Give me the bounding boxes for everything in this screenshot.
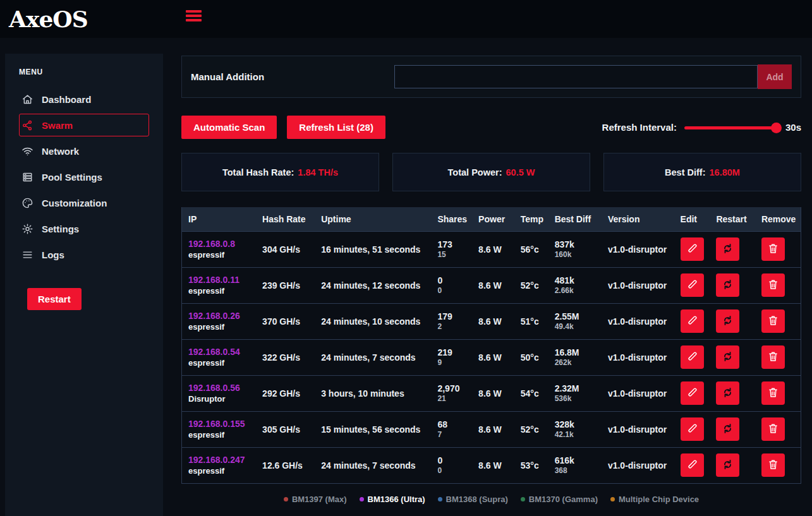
- refresh-interval-label: Refresh Interval:: [602, 122, 677, 133]
- sidebar-item-settings[interactable]: Settings: [19, 217, 149, 240]
- version-cell: v1.0-disruptor: [602, 375, 674, 411]
- slider-thumb[interactable]: [771, 123, 782, 133]
- legend-dot-icon: [438, 497, 442, 501]
- sidebar-item-network[interactable]: Network: [19, 140, 149, 162]
- shares-rejected: 21: [437, 394, 472, 403]
- device-hostname: espressif: [188, 286, 256, 296]
- remove-button[interactable]: [761, 237, 785, 261]
- session-diff-value: 368: [555, 466, 602, 475]
- edit-button[interactable]: [681, 453, 704, 477]
- wifi-icon: [21, 145, 33, 157]
- temp-cell: 52°c: [514, 267, 548, 303]
- restart-button[interactable]: [716, 309, 739, 333]
- session-diff-value: 42.1k: [555, 430, 602, 439]
- device-hostname: espressif: [188, 358, 256, 368]
- edit-button[interactable]: [681, 417, 704, 441]
- restart-icon: [721, 386, 734, 401]
- legend-label: BM1397 (Max): [292, 495, 347, 504]
- remove-button[interactable]: [761, 309, 785, 333]
- sidebar-item-label: Customization: [42, 198, 107, 208]
- shares-accepted: 2,970: [437, 383, 472, 393]
- edit-button[interactable]: [681, 309, 704, 333]
- table-row: 192.168.0.11espressif239 GH/s24 minutes,…: [182, 267, 801, 303]
- restart-button[interactable]: [716, 417, 739, 441]
- remove-button[interactable]: [761, 345, 785, 369]
- shares-accepted: 68: [437, 419, 472, 429]
- restart-button[interactable]: [716, 237, 739, 261]
- sidebar-nav: DashboardSwarmNetworkPool SettingsCustom…: [5, 88, 163, 266]
- legend-dot-icon: [521, 497, 525, 501]
- col-header-version: Version: [602, 207, 674, 231]
- restart-button[interactable]: [716, 345, 739, 369]
- session-diff-value: 536k: [555, 394, 602, 403]
- sidebar-item-swarm[interactable]: Swarm: [19, 114, 149, 136]
- refresh-list-button[interactable]: Refresh List (28): [287, 116, 385, 139]
- restart-button[interactable]: [716, 273, 739, 297]
- trash-icon: [767, 422, 780, 437]
- axeos-logo: AxeOS: [9, 6, 88, 32]
- restart-cell: [710, 411, 755, 447]
- edit-button[interactable]: [681, 345, 704, 369]
- temp-cell: 50°c: [514, 339, 548, 375]
- table-row: 192.168.0.155espressif305 GH/s15 minutes…: [182, 411, 801, 447]
- sidebar-item-dashboard[interactable]: Dashboard: [19, 88, 149, 111]
- restart-button[interactable]: [716, 381, 739, 405]
- best-diff-cell: 481k2.66k: [548, 267, 602, 303]
- remove-button[interactable]: [761, 453, 785, 477]
- table-row: 192.168.0.54espressif322 GH/s24 minutes,…: [182, 339, 801, 375]
- session-diff-value: 160k: [555, 250, 602, 259]
- legend-item: BM1366 (Ultra): [360, 495, 425, 504]
- asic-legend: BM1397 (Max)BM1366 (Ultra)BM1368 (Supra)…: [181, 495, 801, 504]
- trash-icon: [767, 278, 780, 293]
- edit-button[interactable]: [681, 237, 704, 261]
- best-diff-value: 16.80M: [710, 167, 740, 177]
- manual-addition-input[interactable]: [394, 65, 758, 88]
- restart-device-button[interactable]: Restart: [27, 288, 82, 310]
- sidebar-item-customization[interactable]: Customization: [19, 191, 149, 214]
- automatic-scan-button[interactable]: Automatic Scan: [181, 116, 277, 139]
- refresh-interval-slider[interactable]: [684, 123, 780, 133]
- legend-item: Multiple Chip Device: [610, 495, 699, 504]
- device-ip-link[interactable]: 192.168.0.56: [188, 383, 256, 393]
- add-button[interactable]: Add: [758, 64, 792, 89]
- hash-rate-cell: 322 GH/s: [256, 339, 315, 375]
- shares-rejected: 0: [437, 466, 472, 475]
- total-power-value: 60.5 W: [506, 167, 535, 177]
- shares-rejected: 2: [437, 322, 472, 331]
- restart-cell: [710, 339, 755, 375]
- edit-cell: [674, 339, 710, 375]
- col-header-power: Power: [472, 207, 514, 231]
- sidebar-item-label: Pool Settings: [42, 172, 102, 183]
- col-header-ip: IP: [182, 207, 257, 231]
- hash-rate-cell: 292 GH/s: [256, 375, 315, 411]
- best-diff-cell: 2.32M536k: [548, 375, 602, 411]
- shares-rejected: 7: [437, 430, 472, 439]
- sidebar-item-label: Settings: [42, 224, 79, 234]
- device-ip-link[interactable]: 192.168.0.155: [188, 419, 256, 429]
- edit-button[interactable]: [681, 381, 704, 405]
- edit-cell: [674, 231, 710, 267]
- remove-button[interactable]: [761, 417, 785, 441]
- version-cell: v1.0-disruptor: [602, 411, 674, 447]
- best-diff-cell: 16.8M262k: [548, 339, 602, 375]
- device-ip-link[interactable]: 192.168.0.54: [188, 347, 256, 357]
- device-ip-link[interactable]: 192.168.0.26: [188, 311, 256, 321]
- version-cell: v1.0-disruptor: [602, 447, 674, 483]
- table-row: 192.168.0.56Disruptor292 GH/s3 hours, 10…: [182, 375, 801, 411]
- restart-button[interactable]: [716, 453, 739, 477]
- ip-cell: 192.168.0.247espressif: [182, 447, 257, 483]
- hash-rate-cell: 370 GH/s: [256, 303, 315, 339]
- remove-button[interactable]: [761, 273, 785, 297]
- swarm-table: IPHash RateUptimeSharesPowerTempBest Dif…: [181, 207, 801, 484]
- sidebar-item-logs[interactable]: Logs: [19, 243, 149, 266]
- manual-addition-label: Manual Addition: [191, 71, 394, 82]
- remove-button[interactable]: [761, 381, 785, 405]
- sidebar-item-label: Dashboard: [42, 94, 91, 105]
- legend-label: BM1366 (Ultra): [368, 495, 425, 504]
- device-ip-link[interactable]: 192.168.0.247: [188, 455, 256, 465]
- sidebar-item-pool-settings[interactable]: Pool Settings: [19, 165, 149, 188]
- device-ip-link[interactable]: 192.168.0.8: [188, 239, 256, 249]
- hash-rate-cell: 305 GH/s: [256, 411, 315, 447]
- device-ip-link[interactable]: 192.168.0.11: [188, 275, 256, 285]
- edit-button[interactable]: [681, 273, 704, 297]
